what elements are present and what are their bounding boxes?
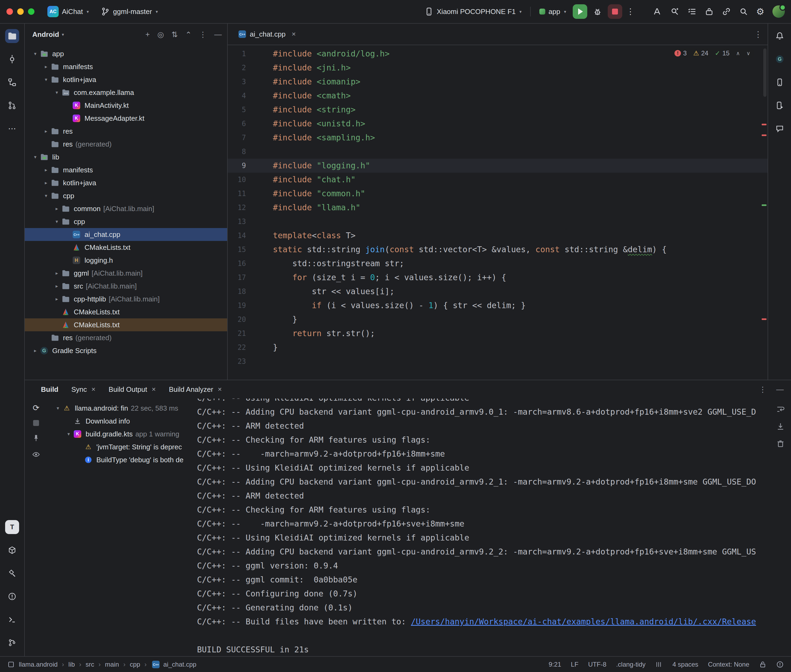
- code-line[interactable]: 12#include "llama.h": [228, 201, 768, 214]
- close-icon[interactable]: ✕: [91, 386, 96, 393]
- chevron-right-icon[interactable]: ▸: [53, 296, 61, 302]
- line-number[interactable]: 20: [228, 312, 254, 326]
- chevron-right-icon[interactable]: ▸: [31, 348, 39, 354]
- link-icon[interactable]: [722, 7, 731, 16]
- breadcrumb-item[interactable]: src: [86, 661, 94, 668]
- code-line[interactable]: 2#include <jni.h>: [228, 61, 768, 75]
- file-encoding[interactable]: UTF-8: [588, 661, 606, 668]
- tree-item[interactable]: KMainActivity.kt: [25, 99, 227, 112]
- tree-item[interactable]: res(generated): [25, 138, 227, 150]
- build-tab-build-analyzer[interactable]: Build Analyzer✕: [169, 386, 222, 394]
- next-problem-button[interactable]: ∨: [746, 50, 750, 56]
- more-tools-button[interactable]: ⋯: [5, 122, 19, 136]
- line-number[interactable]: 2: [228, 61, 254, 75]
- code-editor[interactable]: 1#include <android/log.h>2#include <jni.…: [228, 45, 768, 380]
- dependencies-tool-button[interactable]: [5, 543, 19, 557]
- device-selector[interactable]: Xiaomi POCOPHONE F1 ▾: [421, 5, 525, 18]
- more-actions-button[interactable]: ⋮: [626, 8, 636, 16]
- tree-item[interactable]: ▾app: [25, 47, 227, 60]
- errors-badge[interactable]: !3: [674, 50, 687, 57]
- clear-console-button[interactable]: [776, 439, 785, 448]
- line-number[interactable]: 7: [228, 131, 254, 145]
- code-line[interactable]: 15static std::string join(const std::vec…: [228, 243, 768, 256]
- vcs-branch-widget[interactable]: ggml-master ▾: [98, 5, 161, 18]
- lock-icon[interactable]: [759, 661, 767, 668]
- code-line[interactable]: 20 }: [228, 312, 768, 326]
- line-number[interactable]: 1: [228, 47, 254, 61]
- code-line[interactable]: 17 for (size_t i = 0; i < values.size();…: [228, 270, 768, 285]
- line-number[interactable]: 14: [228, 229, 254, 243]
- console-link[interactable]: /Users/hanyin/Workspace/ai-chat/examples…: [411, 617, 756, 626]
- structure-tool-button[interactable]: [5, 75, 19, 89]
- debug-button[interactable]: [590, 5, 605, 19]
- chevron-down-icon[interactable]: ▾: [53, 219, 61, 224]
- tree-item[interactable]: ▸manifests: [25, 163, 227, 176]
- tree-item[interactable]: CMakeLists.txt: [25, 241, 227, 254]
- commit-tool-button[interactable]: [5, 52, 19, 66]
- code-line[interactable]: 14template<class T>: [228, 229, 768, 243]
- code-line[interactable]: 4#include <cmath>: [228, 89, 768, 103]
- close-icon[interactable]: ✕: [217, 386, 222, 393]
- problems-tool-button[interactable]: [5, 589, 19, 603]
- notifications-icon[interactable]: [776, 661, 784, 668]
- running-devices-tool-button[interactable]: [773, 98, 787, 112]
- close-icon[interactable]: ✕: [151, 386, 156, 393]
- line-number[interactable]: 13: [228, 214, 254, 229]
- project-tool-button[interactable]: [5, 29, 19, 43]
- tree-item[interactable]: iBuildType 'debug' is both de: [47, 453, 188, 466]
- tree-item[interactable]: ▸GGradle Scripts: [25, 344, 227, 357]
- line-number[interactable]: 18: [228, 285, 254, 299]
- pull-requests-tool-button[interactable]: [5, 98, 19, 112]
- run-configuration-selector[interactable]: app ▾: [536, 6, 569, 18]
- add-button[interactable]: +: [145, 30, 150, 39]
- chevron-down-icon[interactable]: ▾: [31, 51, 39, 57]
- stripe-mark-green[interactable]: [762, 204, 767, 206]
- tree-item[interactable]: ▸manifests: [25, 60, 227, 73]
- panel-options-button[interactable]: ⋮: [199, 30, 207, 39]
- build-tool-button[interactable]: [5, 566, 19, 580]
- editor-options-button[interactable]: ⋮: [754, 30, 762, 39]
- zoom-window-button[interactable]: [28, 8, 34, 15]
- warnings-badge[interactable]: ⚠24: [693, 50, 708, 57]
- chevron-right-icon[interactable]: ▸: [42, 167, 50, 173]
- indent-widget[interactable]: 4 spaces: [672, 661, 698, 668]
- clang-tidy-widget[interactable]: .clang-tidy: [616, 661, 645, 668]
- assistant-tool-button[interactable]: [773, 122, 787, 136]
- pin-button[interactable]: [32, 434, 40, 442]
- tree-item[interactable]: KMessageAdapter.kt: [25, 112, 227, 125]
- version-control-tool-button[interactable]: [5, 636, 19, 650]
- code-line[interactable]: 19 if (i < values.size() - 1) { str << d…: [228, 299, 768, 312]
- line-number[interactable]: 21: [228, 326, 254, 341]
- minimize-window-button[interactable]: [17, 8, 24, 15]
- close-tab-icon[interactable]: ✕: [292, 31, 296, 37]
- code-line[interactable]: 23: [228, 354, 768, 368]
- line-number[interactable]: 9: [228, 158, 254, 173]
- chevron-right-icon[interactable]: ▸: [53, 270, 61, 276]
- notifications-tool-button[interactable]: [773, 29, 787, 43]
- chevron-right-icon[interactable]: ▸: [53, 206, 61, 212]
- project-widget[interactable]: AC AiChat ▾: [44, 4, 92, 19]
- build-options-button[interactable]: ⋮: [759, 385, 767, 394]
- line-number[interactable]: 6: [228, 117, 254, 131]
- tree-item[interactable]: ▸common[AiChat.lib.main]: [25, 202, 227, 215]
- caret-position[interactable]: 9:21: [549, 661, 561, 668]
- run-button[interactable]: [573, 4, 587, 19]
- code-line[interactable]: 7#include <sampling.h>: [228, 131, 768, 145]
- build-tab-sync[interactable]: Sync✕: [71, 386, 96, 394]
- tree-item[interactable]: ▾cpp: [25, 189, 227, 202]
- line-number[interactable]: 17: [228, 270, 254, 285]
- ai-search-icon[interactable]: [670, 7, 679, 16]
- todo-tool-button[interactable]: T: [5, 520, 19, 534]
- code-line[interactable]: 13: [228, 214, 768, 229]
- tree-item[interactable]: CMakeLists.txt: [25, 306, 227, 318]
- line-number[interactable]: 16: [228, 256, 254, 270]
- build-tab-build-output[interactable]: Build Output✕: [109, 386, 156, 394]
- line-number[interactable]: 3: [228, 75, 254, 89]
- tree-item[interactable]: ▸ggml[AiChat.lib.main]: [25, 267, 227, 280]
- inspect-eye-button[interactable]: [32, 450, 40, 459]
- tree-item[interactable]: ▾Kbuild.gradle.ktsapp 1 warning: [47, 427, 188, 440]
- chevron-down-icon[interactable]: ▾: [42, 193, 50, 199]
- line-number[interactable]: 8: [228, 145, 254, 158]
- error-stripe-mark[interactable]: [762, 318, 767, 320]
- editor-scrollbar[interactable]: [763, 48, 767, 97]
